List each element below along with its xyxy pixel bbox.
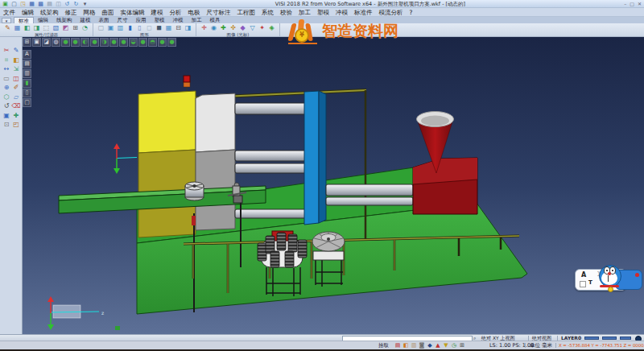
- close-button[interactable]: ✕: [638, 0, 642, 8]
- shaded-view-button-4[interactable]: ●: [109, 38, 118, 47]
- shaded-view-button-6[interactable]: ●: [138, 38, 147, 47]
- filter-right-icon[interactable]: ◨: [32, 23, 41, 32]
- user-status-icon[interactable]: ◙: [419, 342, 425, 349]
- shaded-view-button-8[interactable]: ●: [167, 38, 176, 47]
- solid-off-icon[interactable]: ▯: [135, 23, 144, 32]
- viewport-3d-scene[interactable]: z ⊞▣◪◍●●◐●◑●●◒●◓●● A▤▥▮▯▢: [23, 37, 644, 334]
- ime-trad-mode[interactable]: T: [588, 279, 592, 286]
- menu-item-7[interactable]: 建模: [148, 8, 167, 17]
- ribbon-tab-0[interactable]: 标准: [14, 17, 34, 23]
- iso-view-button[interactable]: ⊞: [23, 38, 31, 47]
- menu-item-6[interactable]: 实体编辑: [118, 8, 148, 17]
- menu-item-2[interactable]: 线架构: [37, 8, 62, 17]
- add-tool-icon[interactable]: ⊕: [2, 83, 11, 93]
- gem-snap-icon[interactable]: ◈: [267, 23, 276, 32]
- top-view-button[interactable]: ▣: [32, 38, 41, 47]
- down-status-icon[interactable]: ▼: [443, 342, 449, 349]
- menu-item-13[interactable]: 校验: [277, 8, 295, 17]
- menu-item-4[interactable]: 网格: [80, 8, 99, 17]
- menu-item-1[interactable]: 编辑: [19, 8, 37, 17]
- annotation-button[interactable]: A: [23, 50, 31, 59]
- layers-off-icon[interactable]: ⊟: [174, 23, 183, 32]
- menu-item-9[interactable]: 电极: [185, 8, 204, 17]
- wireframe-icon[interactable]: ◻: [145, 23, 154, 32]
- plus-tool-icon[interactable]: ✚: [11, 111, 21, 121]
- dynamic-view-button[interactable]: ◍: [52, 38, 60, 47]
- grid-tool-icon[interactable]: ⌗: [2, 56, 11, 65]
- menu-item-12[interactable]: 系统: [258, 8, 277, 17]
- ribbon-tab-6[interactable]: 应用: [132, 17, 151, 23]
- minimize-button[interactable]: –: [624, 0, 626, 8]
- grid-status-icon[interactable]: ⊞: [459, 342, 465, 349]
- pen-attribute-icon[interactable]: ✎: [3, 23, 12, 32]
- ribbon-tab-7[interactable]: 塑模: [151, 17, 169, 23]
- ribbon-tab-5[interactable]: 尺寸: [114, 17, 132, 23]
- menu-item-19[interactable]: ?: [407, 8, 416, 17]
- grid-snap-icon[interactable]: ⊞: [71, 23, 80, 32]
- up-status-icon[interactable]: ▲: [435, 342, 441, 349]
- battery-on-button[interactable]: ▮: [23, 79, 31, 88]
- fill-tool-icon[interactable]: ▣: [2, 111, 11, 121]
- toolbar-collapse-button[interactable]: ▾: [2, 18, 11, 23]
- layer-grid-icon[interactable]: ▦: [13, 23, 22, 32]
- ribbon-tab-9[interactable]: 加工: [188, 17, 206, 23]
- ime-toolbar[interactable]: A ☽ T: [573, 263, 642, 292]
- menu-item-18[interactable]: 模流分析: [376, 8, 407, 17]
- solid-on-icon[interactable]: ▮: [126, 23, 134, 32]
- menu-item-3[interactable]: 修正: [62, 8, 80, 17]
- edit-tool-icon[interactable]: ✎: [11, 46, 21, 56]
- render-icon[interactable]: ◼: [155, 23, 163, 32]
- shaded-view-button-2[interactable]: ●: [71, 38, 80, 47]
- menu-item-17[interactable]: 标准件: [351, 8, 376, 17]
- angle-filter-icon[interactable]: ◔: [80, 23, 89, 32]
- orbit-view-button[interactable]: ◓: [148, 38, 157, 47]
- ribbon-tab-10[interactable]: 模具: [206, 17, 225, 23]
- sheet-button[interactable]: ▢: [23, 98, 31, 107]
- shaded-view-button-3[interactable]: ●: [90, 38, 99, 47]
- rect-tool-icon[interactable]: ▭: [2, 74, 11, 84]
- shaded-view-button-7[interactable]: ●: [158, 38, 167, 47]
- zoom-view-button[interactable]: ◒: [129, 38, 138, 47]
- menu-item-15[interactable]: 塑模: [314, 8, 332, 17]
- filter-left-icon[interactable]: ◧: [23, 23, 31, 32]
- select-tool-icon[interactable]: ✂: [2, 46, 11, 56]
- shaded-view-button-5[interactable]: ●: [119, 38, 128, 47]
- clock-status-icon[interactable]: ◷: [451, 342, 457, 349]
- ime-english-mode[interactable]: A: [581, 271, 586, 279]
- move-cursor-icon[interactable]: ✜: [229, 23, 237, 32]
- shade-half-icon[interactable]: ◨: [184, 23, 192, 32]
- orange-filter-status-icon[interactable]: ◧: [402, 342, 409, 349]
- move-tool-icon[interactable]: ↔: [2, 64, 11, 74]
- plane-tool-icon[interactable]: ▱: [11, 93, 21, 102]
- units-indicator[interactable]: 单位 毫米: [530, 341, 552, 349]
- menu-item-8[interactable]: 分析: [167, 8, 185, 17]
- ribbon-tab-4[interactable]: 表面: [95, 17, 114, 23]
- view-section-icon[interactable]: ▥: [116, 23, 125, 32]
- maximize-button[interactable]: ▢: [630, 0, 634, 8]
- draw-tool-icon[interactable]: ✐: [11, 83, 21, 93]
- battery-off-button[interactable]: ▯: [23, 89, 31, 97]
- diamond-status-icon[interactable]: ◆: [427, 342, 433, 349]
- table-button[interactable]: ▥: [23, 69, 31, 78]
- list-button[interactable]: ▤: [23, 60, 31, 68]
- shaded-view-button-1[interactable]: ●: [61, 38, 70, 47]
- target-icon[interactable]: ◉: [209, 23, 218, 32]
- ribbon-tab-8[interactable]: 冲模: [169, 17, 188, 23]
- polygon-tool-icon[interactable]: ⬡: [2, 93, 11, 102]
- rotate-view-button[interactable]: ◐: [80, 38, 89, 47]
- clipboard-status-icon[interactable]: ▤: [394, 342, 401, 349]
- undo-tool-icon[interactable]: ↺: [2, 101, 11, 111]
- ribbon-tab-1[interactable]: 编辑: [34, 17, 52, 23]
- cursor-cross-icon[interactable]: ✛: [200, 23, 208, 32]
- star-snap-icon[interactable]: ✦: [258, 23, 266, 32]
- pan-view-button[interactable]: ◑: [100, 38, 109, 47]
- mirror-tool-icon[interactable]: ◫: [11, 74, 21, 84]
- sheet-status-icon[interactable]: ▥: [411, 342, 417, 349]
- menu-item-0[interactable]: 文件: [0, 8, 19, 17]
- front-view-button[interactable]: ◪: [42, 38, 51, 47]
- half-tool-icon[interactable]: ◧: [11, 56, 21, 65]
- menu-item-14[interactable]: 加工: [295, 8, 314, 17]
- menu-item-16[interactable]: 冲模: [332, 8, 351, 17]
- view-shaded-icon[interactable]: ▣: [106, 23, 115, 32]
- hatch-icon[interactable]: ▧: [52, 23, 60, 32]
